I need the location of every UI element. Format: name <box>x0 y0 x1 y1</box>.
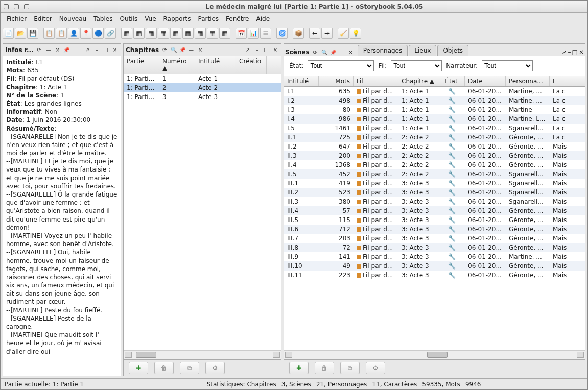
table-row[interactable]: I.4986Fil par d...1: Acte 1🔧06-01-20...M… <box>284 114 585 124</box>
tool-spiral-icon[interactable]: 🌀 <box>276 28 288 39</box>
dash-icon[interactable]: — <box>45 46 52 54</box>
search-icon[interactable]: 🔍 <box>170 46 177 54</box>
min-icon[interactable]: – <box>253 46 261 54</box>
max-icon[interactable]: □ <box>572 48 578 56</box>
col-mots[interactable]: Mots <box>319 76 354 86</box>
hscrollbar[interactable] <box>124 350 281 359</box>
table-row[interactable]: 1: Partie 12Acte 2 <box>124 83 281 92</box>
tool-calendar-icon[interactable]: 📅 <box>236 28 247 39</box>
menu-fichier[interactable]: Fichier <box>4 14 30 23</box>
table-row[interactable]: 1: Partie 11Acte 1 <box>124 74 281 83</box>
col-creation[interactable]: Créatio <box>236 56 267 74</box>
table-row[interactable]: III.5115Fil par d...3: Acte 3🔧06-01-20..… <box>284 215 585 225</box>
tool-box-icon[interactable]: 📦 <box>293 28 304 39</box>
tool-object-icon[interactable]: 🔵 <box>92 28 104 39</box>
table-row[interactable]: III.1049Fil par d...3: Acte 3🔧06-01-20..… <box>284 261 585 271</box>
gear-button[interactable]: ⚙ <box>205 362 225 374</box>
table-row[interactable]: II.1725Fil par d...2: Acte 2🔧06-01-20...… <box>284 133 585 142</box>
tool-forward-icon[interactable]: ➡ <box>321 28 333 39</box>
refresh-icon[interactable]: ⟳ <box>161 46 168 54</box>
tool-table8-icon[interactable]: ▦ <box>207 28 218 39</box>
table-row[interactable]: I.2498Fil par d...1: Acte 1🔧06-01-20...M… <box>284 96 585 105</box>
tool-copy-icon[interactable]: 📋 <box>43 28 55 39</box>
minimize-button[interactable] <box>4 4 9 9</box>
tool-location-icon[interactable]: 📍 <box>80 28 91 39</box>
search-icon[interactable]: 🔍 <box>321 48 328 56</box>
table-row[interactable]: III.7203Fil par d...3: Acte 3🔧06-01-20..… <box>284 234 585 243</box>
tab-personnages[interactable]: Personnages <box>358 45 408 56</box>
col-date[interactable]: Date <box>465 76 506 86</box>
filter-fil-select[interactable]: Tout <box>391 60 442 71</box>
tool-table1-icon[interactable]: ▦ <box>121 28 132 39</box>
hscrollbar[interactable] <box>284 350 585 359</box>
tool-table6-icon[interactable]: ▦ <box>182 28 194 39</box>
col-chapitre[interactable]: Chapitre ▲ <box>398 76 438 86</box>
max-icon[interactable]: □ <box>263 46 270 54</box>
table-row[interactable]: III.2523Fil par d...3: Acte 3🔧06-01-20..… <box>284 188 585 197</box>
tool-table9-icon[interactable]: ▦ <box>219 28 230 39</box>
close-button[interactable] <box>24 4 29 9</box>
tool-person-icon[interactable]: 👤 <box>68 28 79 39</box>
tool-link-icon[interactable]: 🔗 <box>105 28 116 39</box>
tool-idea-icon[interactable]: 💡 <box>350 28 361 39</box>
scroll-right-icon[interactable] <box>577 352 584 358</box>
tool-table7-icon[interactable]: ▦ <box>195 28 206 39</box>
arrow-icon[interactable]: ↗ <box>84 46 91 54</box>
max-icon[interactable]: □ <box>102 46 109 54</box>
add-button[interactable]: ✚ <box>289 362 309 374</box>
close-icon[interactable]: × <box>54 46 61 54</box>
tab-scenes[interactable]: Scènes <box>285 48 310 56</box>
tool-list-icon[interactable]: ☰ <box>260 28 271 39</box>
tool-table4-icon[interactable]: ▦ <box>158 28 169 39</box>
table-row[interactable]: III.1419Fil par d...3: Acte 3🔧06-01-20..… <box>284 179 585 188</box>
delete-button[interactable]: 🗑 <box>154 362 174 374</box>
col-partie[interactable]: Partie <box>124 56 159 74</box>
menu-vue[interactable]: Vue <box>142 14 159 23</box>
scroll-right-icon[interactable] <box>273 352 280 358</box>
tab-objets[interactable]: Objets <box>437 45 468 56</box>
maximize-button[interactable] <box>14 4 19 9</box>
close-icon[interactable]: × <box>347 48 355 56</box>
menu-parties[interactable]: Parties <box>195 14 222 23</box>
col-intitule[interactable]: Intitulé <box>195 56 236 74</box>
col-l[interactable]: L <box>550 76 570 86</box>
arrow-icon[interactable]: ↗ <box>562 48 567 56</box>
arrow-icon[interactable]: ↗ <box>244 46 251 54</box>
col-numero[interactable]: Numéro ▲ <box>159 56 195 74</box>
dash-icon[interactable]: — <box>338 48 345 56</box>
x-icon[interactable]: × <box>579 48 584 56</box>
table-row[interactable]: III.872Fil par d...3: Acte 3🔧06-01-20...… <box>284 243 585 252</box>
table-row[interactable]: II.41368Fil par d...2: Acte 2🔧06-01-20..… <box>284 160 585 169</box>
pin-icon[interactable]: 📌 <box>330 50 336 55</box>
refresh-icon[interactable]: ⟳ <box>36 46 43 54</box>
gear-button[interactable]: ⚙ <box>366 362 385 374</box>
table-row[interactable]: I.51461Fil par d...1: Acte 1🔧06-01-20...… <box>284 124 585 133</box>
col-fil[interactable]: Fil <box>354 76 398 86</box>
tool-back-icon[interactable]: ⬅ <box>309 28 320 39</box>
table-row[interactable]: III.457Fil par d...3: Acte 3🔧06-01-20...… <box>284 206 585 215</box>
col-etat[interactable]: État <box>438 76 465 86</box>
x-icon[interactable]: × <box>272 46 279 54</box>
copy-button[interactable]: ⧉ <box>180 362 199 374</box>
min-icon[interactable]: – <box>93 46 100 54</box>
tab-lieux[interactable]: Lieux <box>409 45 436 56</box>
menu-tables[interactable]: Tables <box>90 14 115 23</box>
close-icon[interactable]: × <box>197 46 204 54</box>
table-row[interactable]: II.2647Fil par d...2: Acte 2🔧06-01-20...… <box>284 142 585 151</box>
refresh-icon[interactable]: ⟳ <box>312 48 319 56</box>
delete-button[interactable]: 🗑 <box>315 362 334 374</box>
filter-etat-select[interactable]: Tout <box>308 60 374 71</box>
col-personna[interactable]: Personna... <box>506 76 550 86</box>
table-row[interactable]: 1: Partie 13Acte 3 <box>124 92 281 102</box>
menu-fenetre[interactable]: Fenêtre <box>223 14 252 23</box>
menu-rapports[interactable]: Rapports <box>160 14 194 23</box>
table-row[interactable]: III.9141Fil par d...3: Acte 3🔧06-01-20..… <box>284 252 585 261</box>
table-row[interactable]: I.380Fil par d...1: Acte 1🔧06-01-20...Ma… <box>284 105 585 114</box>
menu-editer[interactable]: Editer <box>31 14 55 23</box>
scroll-thumb[interactable] <box>427 352 448 358</box>
scroll-thumb[interactable] <box>136 352 156 358</box>
copy-button[interactable]: ⧉ <box>340 362 360 374</box>
menu-outils[interactable]: Outils <box>116 14 140 23</box>
table-row[interactable]: II.5452Fil par d...2: Acte 2🔧06-01-20...… <box>284 169 585 179</box>
tool-table5-icon[interactable]: ▦ <box>170 28 181 39</box>
